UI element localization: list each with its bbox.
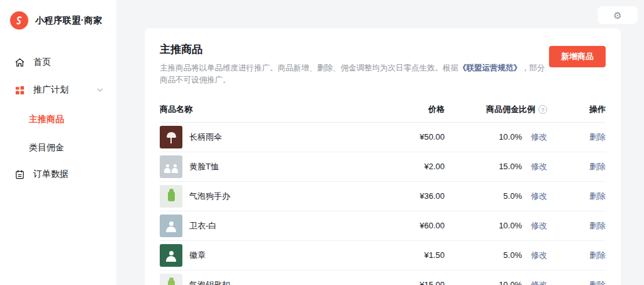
delete-link[interactable]: 删除 [589,280,606,285]
product-thumbnail [160,185,182,208]
home-icon [14,57,25,68]
table-row: 气泡钥匙扣 ¥15.00 10.0% 修改 删除 [160,271,606,285]
product-thumbnail [160,155,182,178]
product-price: ¥15.00 [350,280,445,285]
sidebar-item-label: 类目佣金 [29,142,64,154]
header-commission-label: 商品佣金比例 [486,104,535,115]
edit-link[interactable]: 修改 [531,220,547,232]
brand: 小程序联盟·商家 [0,0,116,40]
gear-icon: ⚙ [613,11,621,20]
product-price: ¥1.50 [350,250,445,260]
page-title: 主推商品 [160,42,549,57]
commission-value: 5.0% [503,250,522,260]
product-name: 长柄雨伞 [189,131,222,143]
thumb-shape [168,280,175,285]
delete-link[interactable]: 删除 [589,191,606,201]
delete-link[interactable]: 删除 [589,132,606,142]
action-cell: 删除 [547,250,606,261]
commission-cell: 10.0% 修改 [445,131,547,143]
thumb-shape [168,191,175,201]
commission-value: 10.0% [499,280,522,285]
products-table: 商品名称 价格 商品佣金比例 ? 操作 长柄雨伞 ¥50.00 10.0% 修改 [160,98,606,285]
product-price: ¥60.00 [350,221,445,230]
card-header: 主推商品 主推商品将以单品维度进行推广。商品新增、删除、佣金调整均为次日零点生效… [160,42,606,86]
product-thumbnail [160,274,182,285]
header-action: 操作 [547,104,606,115]
action-cell: 删除 [547,220,606,232]
sidebar-item-label: 首页 [33,57,51,68]
commission-cell: 5.0% 修改 [445,250,547,261]
product-cell: 卫衣-白 [160,215,350,237]
description-text: 主推商品将以单品维度进行推广。商品新增、删除、佣金调整均为次日零点生效。根据 [160,64,458,72]
product-price: ¥50.00 [350,132,445,142]
product-cell: 黄脸T恤 [160,155,350,178]
sidebar: 小程序联盟·商家 首页 推广计划 [0,0,116,285]
edit-link[interactable]: 修改 [531,250,547,261]
product-cell: 气泡狗手办 [160,185,350,208]
thumb-shape [167,132,176,138]
product-cell: 长柄雨伞 [160,126,350,148]
product-name: 卫衣-白 [189,220,216,232]
sidebar-item-order-data[interactable]: 订单数据 [0,160,116,188]
product-thumbnail [160,244,182,267]
product-thumbnail [160,215,182,237]
thumb-shape [166,256,176,262]
edit-link[interactable]: 修改 [531,161,547,172]
commission-cell: 5.0% 修改 [445,191,547,202]
header-price: 价格 [350,104,445,115]
delete-link[interactable]: 删除 [589,221,606,230]
edit-link[interactable]: 修改 [531,131,547,143]
product-price: ¥2.00 [350,162,445,171]
action-cell: 删除 [547,279,606,285]
sidebar-item-label: 主推商品 [29,114,64,125]
product-thumbnail [160,126,182,148]
header-commission: 商品佣金比例 ? [445,104,547,115]
table-header-row: 商品名称 价格 商品佣金比例 ? 操作 [160,98,606,123]
commission-value: 5.0% [503,191,522,201]
settings-button[interactable]: ⚙ [597,6,638,24]
action-cell: 删除 [547,161,606,172]
commission-cell: 10.0% 修改 [445,279,547,285]
sidebar-item-label: 推广计划 [33,84,69,96]
delete-link[interactable]: 删除 [589,162,606,171]
delete-link[interactable]: 删除 [589,250,606,260]
commission-cell: 15.0% 修改 [445,161,547,172]
table-row: 卫衣-白 ¥60.00 10.0% 修改 删除 [160,211,606,241]
sidebar-nav: 首页 推广计划 主推商品 类目佣金 [0,48,116,188]
rules-link[interactable]: 《联盟运营规范》 [458,64,521,72]
edit-link[interactable]: 修改 [531,279,547,285]
edit-link[interactable]: 修改 [531,191,547,202]
table-body: 长柄雨伞 ¥50.00 10.0% 修改 删除 黄脸T恤 ¥2.00 15.0%… [160,123,606,285]
thumb-shape [166,226,176,232]
product-name: 气泡狗手办 [189,191,230,202]
content-card: 主推商品 主推商品将以单品维度进行推广。商品新增、删除、佣金调整均为次日零点生效… [145,28,621,285]
product-cell: 徽章 [160,244,350,267]
product-cell: 气泡钥匙扣 [160,274,350,285]
table-row: 黄脸T恤 ¥2.00 15.0% 修改 删除 [160,152,606,182]
table-row: 长柄雨伞 ¥50.00 10.0% 修改 删除 [160,123,606,152]
commission-value: 15.0% [499,162,522,171]
sidebar-item-label: 订单数据 [33,169,69,180]
commission-cell: 10.0% 修改 [445,220,547,232]
app-title: 小程序联盟·商家 [35,15,103,26]
commission-value: 10.0% [499,132,522,142]
app-logo-icon [10,11,28,30]
page-description: 主推商品将以单品维度进行推广。商品新增、删除、佣金调整均为次日零点生效。根据《联… [160,62,549,86]
table-row: 气泡狗手办 ¥36.00 5.0% 修改 删除 [160,182,606,211]
add-product-button[interactable]: 新增商品 [549,46,606,67]
product-name: 黄脸T恤 [189,161,219,172]
product-name: 气泡钥匙扣 [189,279,230,285]
product-name: 徽章 [189,250,206,261]
help-icon[interactable]: ? [538,105,547,114]
thumb-shape [164,168,170,173]
main-area: ⚙ 主推商品 主推商品将以单品维度进行推广。商品新增、删除、佣金调整均为次日零点… [116,0,644,285]
chevron-down-icon [96,86,104,94]
sidebar-item-home[interactable]: 首页 [0,48,116,76]
sidebar-item-promotion-plan[interactable]: 推广计划 [0,76,116,104]
sidebar-item-category-commission[interactable]: 类目佣金 [0,135,116,160]
action-cell: 删除 [547,131,606,143]
sidebar-item-featured-products[interactable]: 主推商品 [0,106,116,132]
product-price: ¥36.00 [350,191,445,201]
header-product-name: 商品名称 [160,104,350,115]
table-row: 徽章 ¥1.50 5.0% 修改 删除 [160,241,606,271]
